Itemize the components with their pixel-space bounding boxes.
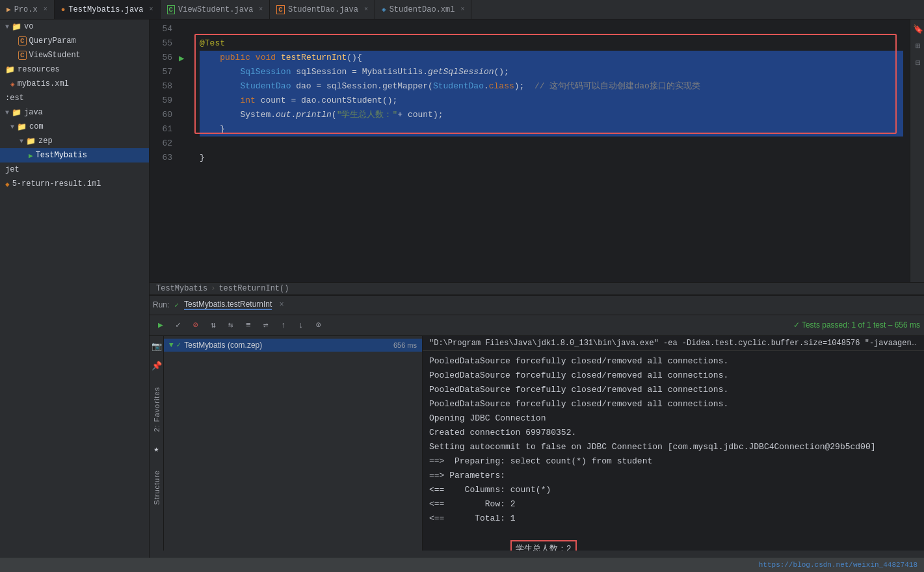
sidebar-label-vo: vo [24, 22, 33, 31]
tree-pass-icon: ✓ [177, 341, 181, 349]
output-line-8: ==> Preparing: select count(*) from stud… [429, 454, 917, 469]
run-test-tab[interactable]: TestMybatis.testReturnInt [184, 300, 272, 310]
sidebar-item-testmybatis[interactable]: ▶ TestMybatis [0, 148, 149, 162]
right-panel-icons: 🔖 ⊞ ⊟ [910, 20, 924, 282]
line-numbers: 54 55 56 57 58 59 60 61 62 63 [150, 20, 179, 282]
gutter: ▶ [179, 20, 193, 282]
sidebar-item-est[interactable]: :est [0, 91, 149, 105]
sidebar-item-mybatisxml[interactable]: ◈ mybatis.xml [0, 77, 149, 91]
status-right[interactable]: https://blog.csdn.net/weixin_44827418 [759, 561, 917, 569]
run-play-btn[interactable]: ▶ [153, 318, 168, 332]
status-bar: https://blog.csdn.net/weixin_44827418 [0, 558, 924, 572]
sidebar-item-jet[interactable]: jet [0, 162, 149, 177]
sidebar-item-java[interactable]: ▼ 📁 java [0, 105, 149, 120]
sidebar-item-zep[interactable]: ▼ 📁 zep [0, 134, 149, 148]
tab-studentdao-xml-icon: ◈ [382, 5, 386, 14]
list-icon: ≡ [246, 320, 251, 330]
run-sort2-btn[interactable]: ⇆ [224, 318, 238, 332]
tab-testmybatis-close[interactable]: × [149, 6, 153, 13]
tab-proj[interactable]: ▶ Pro.x × [0, 0, 55, 19]
run-toolbar: ▶ ✓ ⊘ ⇅ ⇆ ≡ ⇌ ↑ ↓ ⊙ ✓ Tests passed: 1 of… [150, 315, 924, 336]
code-line-60: System.out.println("学生总人数："+ count); [200, 108, 903, 122]
tab-studentdao-xml[interactable]: ◈ StudentDao.xml × [375, 0, 471, 19]
output-line-7: Setting autocommit to false on JDBC Conn… [429, 440, 917, 454]
sidebar-camera-icon[interactable]: 📷 [152, 341, 162, 352]
breadcrumb-method[interactable]: testReturnInt() [218, 284, 289, 293]
output-line-12: <== Total: 1 [429, 512, 917, 526]
output-result: 学生总人数：2 [429, 526, 917, 551]
tab-proj-close[interactable]: × [44, 6, 47, 13]
run-sort-btn[interactable]: ⇅ [206, 318, 220, 332]
iml-icon: ◆ [5, 180, 10, 188]
tab-testmybatis-label: TestMybatis.java [68, 5, 143, 14]
folder-icon-vo: 📁 [12, 22, 21, 32]
tab-proj-icon: ▶ [7, 5, 11, 14]
run-check-btn[interactable]: ✓ [171, 318, 185, 332]
code-lines[interactable]: @Test public void testReturnInt(){ SqlSe… [193, 20, 910, 282]
run-swap-btn[interactable]: ⇌ [259, 318, 273, 332]
breadcrumb-testmybatis[interactable]: TestMybatis [156, 284, 207, 293]
code-line-56: public void testReturnInt(){ [200, 51, 903, 65]
tab-viewstudent[interactable]: C ViewStudent.java × [161, 0, 271, 19]
sidebar-item-com[interactable]: ▼ 📁 com [0, 120, 149, 134]
code-line-59: int count = dao.countStudent(); [200, 94, 903, 108]
tree-arrow-vo: ▼ [5, 23, 9, 31]
class-icon-queryparam: C [18, 36, 27, 46]
run-list-btn[interactable]: ≡ [241, 318, 256, 332]
eye-icon[interactable]: ⊞ [912, 40, 924, 53]
test-icon-testmybatis: ▶ [29, 151, 33, 160]
favorites-label[interactable]: 2: Favorites [153, 387, 161, 432]
sidebar-label-est: :est [5, 94, 24, 103]
output-line-10: <== Columns: count(*) [429, 483, 917, 497]
run-tab-close[interactable]: × [279, 300, 284, 309]
annotation-test: @Test [200, 38, 225, 48]
play-icon: ▶ [158, 320, 163, 330]
project-sidebar: ▼ 📁 vo C QueryParam C ViewStudent 📁 reso… [0, 20, 150, 558]
sidebar-pin-icon[interactable]: 📌 [152, 361, 162, 371]
sidebar-label-zep: zep [38, 136, 53, 146]
output-line-4: PooledDataSource forcefully closed/remov… [429, 397, 917, 411]
breadcrumb-bar: TestMybatis › testReturnInt() [150, 282, 924, 294]
tab-studentdao-xml-close[interactable]: × [460, 6, 464, 13]
output-line-11: <== Row: 2 [429, 497, 917, 512]
folder-icon-resources: 📁 [5, 65, 15, 75]
sidebar-label-com: com [29, 122, 44, 131]
sidebar-item-queryparam[interactable]: C QueryParam [0, 34, 149, 48]
code-line-54 [200, 22, 903, 36]
tab-bar: ▶ Pro.x × ● TestMybatis.java × C ViewStu… [0, 0, 924, 20]
tree-check-icon: ▼ [169, 341, 174, 349]
tab-viewstudent-close[interactable]: × [259, 6, 263, 13]
star-icon[interactable]: ★ [154, 444, 159, 454]
diff-icon[interactable]: ⊟ [912, 57, 924, 70]
kw-void: void [256, 53, 276, 62]
method-name: testReturnInt [281, 53, 347, 62]
sidebar-item-resources[interactable]: 📁 resources [0, 62, 149, 77]
run-tree-item[interactable]: ▼ ✓ TestMybatis (com.zep) 656 ms [164, 339, 422, 352]
tab-studentdao-java[interactable]: C StudentDao.java × [270, 0, 375, 19]
sidebar-label-queryparam: QueryParam [29, 36, 76, 46]
tab-testmybatis[interactable]: ● TestMybatis.java × [55, 0, 161, 19]
run-down-btn[interactable]: ↓ [294, 318, 308, 332]
type-sqlsession: SqlSession [240, 67, 291, 77]
kw-public: public [220, 53, 250, 62]
tree-item-label: TestMybatis (com.zep) [184, 341, 262, 350]
run-search-btn[interactable]: ⊙ [311, 318, 326, 332]
sidebar-item-vo[interactable]: ▼ 📁 vo [0, 20, 149, 34]
sidebar-item-viewstudent[interactable]: C ViewStudent [0, 48, 149, 62]
sidebar-item-iml[interactable]: ◆ 5-return-result.iml [0, 177, 149, 191]
run-gutter-icon[interactable]: ▶ [179, 53, 184, 64]
run-stop-btn[interactable]: ⊘ [189, 318, 203, 332]
tab-studentdao-java-icon: C [276, 5, 285, 14]
tab-studentdao-java-close[interactable]: × [364, 6, 368, 13]
swap-icon: ⇌ [263, 320, 269, 330]
run-up-btn[interactable]: ↑ [276, 318, 291, 332]
tab-studentdao-java-label: StudentDao.java [288, 5, 358, 14]
code-line-62 [200, 136, 903, 151]
run-tab-label: Run: [153, 300, 169, 309]
code-line-58: StudentDao dao = sqlSession.getMapper(St… [200, 79, 903, 94]
camera-icon[interactable]: 🔖 [912, 23, 924, 36]
tree-arrow-java: ▼ [5, 109, 9, 116]
structure-label[interactable]: Structure [153, 470, 161, 505]
sidebar-label-mybatisxml: mybatis.xml [18, 79, 69, 88]
sidebar-label-iml: 5-return-result.iml [12, 179, 101, 188]
